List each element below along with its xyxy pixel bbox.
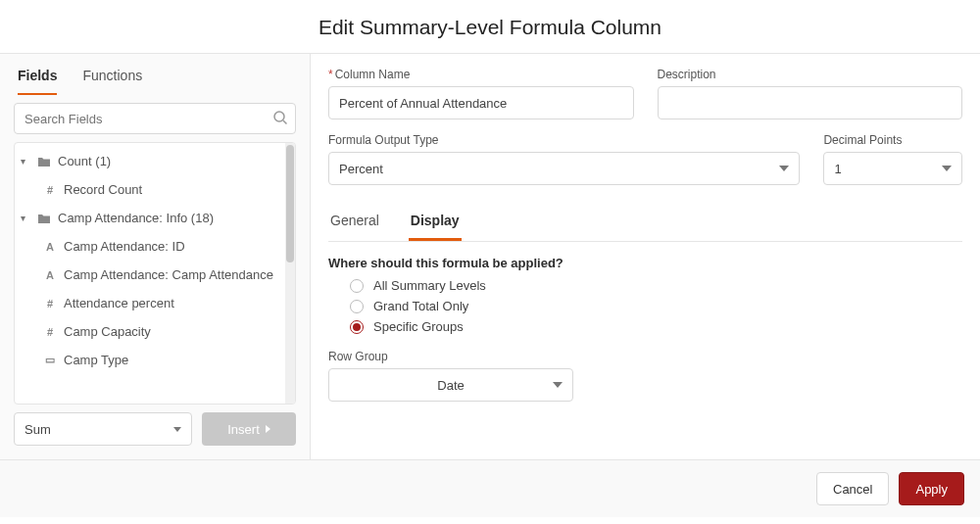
tab-fields[interactable]: Fields: [18, 54, 57, 95]
radio-label: All Summary Levels: [373, 278, 486, 293]
chevron-down-icon: [553, 382, 563, 388]
description-input[interactable]: [658, 86, 963, 119]
decimal-points-select[interactable]: 1: [823, 152, 962, 185]
insert-button-label: Insert: [227, 422, 260, 437]
row-group-label: Row Group: [328, 350, 573, 363]
radio-label: Specific Groups: [373, 319, 464, 334]
search-box: [14, 103, 296, 134]
chevron-down-icon: ▾: [21, 213, 30, 223]
right-panel: *Column Name Description Formula Output …: [311, 54, 980, 459]
column-name-input[interactable]: [328, 86, 634, 119]
search-icon: [272, 110, 288, 125]
tree-leaf-label: Record Count: [64, 182, 142, 197]
text-icon: A: [42, 268, 58, 282]
number-icon: #: [42, 183, 58, 197]
tree-group-label: Count (1): [58, 154, 111, 168]
chevron-down-icon: [779, 166, 789, 171]
scroll-thumb[interactable]: [286, 145, 294, 262]
radio-all-summary-levels[interactable]: All Summary Levels: [350, 278, 962, 293]
row-group-select[interactable]: Date: [328, 368, 573, 402]
row-group-value: Date: [437, 378, 464, 393]
radio-label: Grand Total Only: [373, 299, 468, 313]
cancel-button[interactable]: Cancel: [816, 472, 889, 505]
field-tree: ▾ Count (1) # Record Count ▾ Camp A: [15, 147, 295, 400]
dialog-title: Edit Summary-Level Formula Column: [0, 16, 980, 39]
chevron-down-icon: ▾: [21, 156, 30, 167]
apply-question: Where should this formula be applied?: [328, 256, 962, 270]
search-input[interactable]: [14, 103, 296, 134]
sub-tabs: General Display: [328, 199, 962, 242]
radio-icon: [350, 320, 364, 334]
tree-leaf-label: Attendance percent: [64, 296, 174, 310]
radio-specific-groups[interactable]: Specific Groups: [350, 319, 962, 334]
tree-leaf[interactable]: # Record Count: [15, 175, 295, 204]
radio-icon: [350, 279, 364, 293]
column-name-label: *Column Name: [328, 68, 634, 81]
text-icon: A: [42, 240, 58, 254]
folder-icon: [36, 155, 52, 168]
scrollbar[interactable]: [285, 143, 295, 404]
left-tabs: Fields Functions: [0, 54, 310, 95]
tree-leaf[interactable]: # Attendance percent: [15, 289, 295, 317]
tree-leaf[interactable]: ▭ Camp Type: [15, 346, 295, 374]
chevron-down-icon: [942, 166, 952, 171]
decimal-points-label: Decimal Points: [823, 133, 962, 147]
tree-leaf-label: Camp Attendance: ID: [64, 239, 185, 254]
field-tree-container: ▾ Count (1) # Record Count ▾ Camp A: [14, 142, 296, 405]
tab-functions[interactable]: Functions: [82, 54, 142, 95]
tree-leaf[interactable]: A Camp Attendance: ID: [15, 232, 295, 261]
output-type-value: Percent: [339, 162, 383, 176]
chevron-down-icon: [173, 427, 181, 432]
left-actions: Sum Insert: [0, 412, 310, 459]
tree-leaf-label: Camp Attendance: Camp Attendance: [64, 267, 273, 282]
search-wrap: [0, 95, 310, 142]
tree-group[interactable]: ▾ Camp Attendance: Info (18): [15, 204, 295, 232]
decimal-points-value: 1: [834, 162, 841, 176]
apply-button[interactable]: Apply: [899, 472, 964, 505]
svg-point-0: [274, 112, 284, 121]
radio-icon: [350, 300, 364, 313]
tree-leaf-label: Camp Type: [64, 353, 128, 367]
tree-leaf[interactable]: # Camp Capacity: [15, 317, 295, 346]
apply-radio-group: All Summary Levels Grand Total Only Spec…: [350, 278, 962, 334]
chevron-right-icon: [266, 425, 270, 433]
picklist-icon: ▭: [42, 354, 58, 367]
number-icon: #: [42, 297, 58, 310]
tab-display[interactable]: Display: [409, 199, 462, 241]
output-type-select[interactable]: Percent: [328, 152, 800, 185]
aggregate-select[interactable]: Sum: [14, 412, 192, 446]
radio-grand-total-only[interactable]: Grand Total Only: [350, 299, 962, 313]
required-star-icon: *: [328, 68, 333, 81]
dialog-body: Fields Functions ▾ Count (1): [0, 54, 980, 460]
folder-icon: [36, 212, 52, 225]
tab-general[interactable]: General: [328, 199, 381, 241]
dialog-header: Edit Summary-Level Formula Column: [0, 0, 980, 54]
description-label: Description: [658, 68, 963, 81]
tree-group-label: Camp Attendance: Info (18): [58, 211, 214, 225]
dialog-footer: Cancel Apply: [0, 460, 980, 517]
number-icon: #: [42, 325, 58, 339]
tree-leaf-label: Camp Capacity: [64, 324, 151, 339]
aggregate-select-value: Sum: [24, 422, 51, 437]
tree-leaf[interactable]: A Camp Attendance: Camp Attendance: [15, 261, 295, 289]
output-type-label: Formula Output Type: [328, 133, 800, 147]
svg-line-1: [283, 120, 287, 124]
insert-button[interactable]: Insert: [202, 412, 296, 446]
tree-group[interactable]: ▾ Count (1): [15, 147, 295, 175]
left-panel: Fields Functions ▾ Count (1): [0, 54, 311, 459]
